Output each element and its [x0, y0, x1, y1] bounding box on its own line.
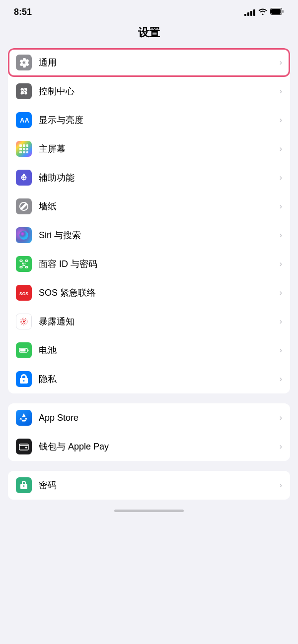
appstore-icon — [16, 410, 32, 426]
exposure-icon — [16, 314, 32, 329]
appstore-chevron: › — [280, 413, 282, 422]
settings-group-1: 通用 › 控制中心 › AA 显示与亮度 › — [8, 48, 290, 393]
settings-item-wallpaper[interactable]: 墙纸 › — [8, 192, 290, 221]
status-time: 8:51 — [14, 7, 32, 17]
svg-rect-29 — [25, 266, 28, 268]
settings-item-wallet[interactable]: 钱包与 Apple Pay › — [8, 432, 290, 461]
privacy-icon — [16, 371, 32, 387]
svg-text:AA: AA — [20, 117, 29, 124]
control-center-label: 控制中心 — [39, 85, 276, 97]
passwords-icon — [16, 477, 32, 493]
wallpaper-icon — [16, 198, 32, 214]
wallpaper-chevron: › — [280, 202, 282, 211]
svg-text:SOS: SOS — [19, 291, 28, 296]
faceid-chevron: › — [280, 259, 282, 268]
wallet-icon — [16, 439, 32, 454]
svg-rect-41 — [25, 447, 27, 449]
svg-rect-27 — [25, 260, 28, 261]
svg-rect-13 — [23, 144, 25, 147]
svg-rect-1 — [282, 10, 284, 13]
wallpaper-label: 墙纸 — [39, 200, 276, 212]
settings-item-accessibility[interactable]: 辅助功能 › — [8, 163, 290, 192]
general-label: 通用 — [39, 57, 276, 68]
home-indicator — [0, 500, 298, 514]
svg-rect-20 — [26, 151, 28, 153]
settings-item-privacy[interactable]: 隐私 › — [8, 365, 290, 393]
svg-rect-16 — [23, 148, 25, 150]
settings-item-battery[interactable]: 电池 › — [8, 336, 290, 365]
passwords-chevron: › — [280, 481, 282, 490]
appstore-label: App Store — [39, 413, 276, 423]
svg-rect-19 — [23, 151, 25, 153]
svg-rect-17 — [26, 148, 28, 150]
accessibility-icon — [16, 170, 32, 186]
control-center-chevron: › — [280, 87, 282, 96]
svg-rect-26 — [20, 260, 22, 261]
control-center-icon — [16, 83, 32, 99]
settings-item-passwords[interactable]: 密码 › — [8, 471, 290, 500]
exposure-chevron: › — [280, 317, 282, 326]
svg-point-25 — [19, 231, 28, 240]
svg-rect-12 — [19, 144, 22, 147]
settings-item-siri[interactable]: Siri 与搜索 › — [8, 221, 290, 250]
settings-item-exposure[interactable]: 暴露通知 › — [8, 307, 290, 336]
home-screen-chevron: › — [280, 144, 282, 153]
faceid-icon — [16, 256, 32, 272]
settings-item-general[interactable]: 通用 › — [8, 48, 290, 77]
sos-label: SOS 紧急联络 — [39, 287, 276, 299]
accessibility-chevron: › — [280, 173, 282, 182]
settings-item-home-screen[interactable]: 主屏幕 › — [8, 134, 290, 163]
signal-icon — [244, 9, 255, 16]
svg-rect-2 — [271, 9, 281, 14]
settings-item-sos[interactable]: SOS SOS 紧急联络 › — [8, 278, 290, 307]
status-bar: 8:51 — [0, 0, 298, 21]
svg-rect-38 — [28, 350, 29, 351]
svg-rect-28 — [20, 266, 22, 268]
exposure-label: 暴露通知 — [39, 316, 276, 327]
display-icon: AA — [16, 112, 32, 128]
settings-item-control-center[interactable]: 控制中心 › — [8, 77, 290, 106]
wallet-label: 钱包与 Apple Pay — [39, 441, 276, 452]
home-screen-label: 主屏幕 — [39, 143, 276, 155]
accessibility-label: 辅助功能 — [39, 172, 276, 184]
settings-item-appstore[interactable]: App Store › — [8, 403, 290, 432]
siri-chevron: › — [280, 231, 282, 240]
battery-settings-icon — [16, 342, 32, 358]
settings-item-faceid[interactable]: 面容 ID 与密码 › — [8, 250, 290, 278]
settings-item-display[interactable]: AA 显示与亮度 › — [8, 106, 290, 134]
sos-icon: SOS — [16, 285, 32, 301]
battery-chevron: › — [280, 346, 282, 355]
display-chevron: › — [280, 116, 282, 125]
status-icons — [244, 8, 284, 17]
svg-rect-18 — [19, 151, 22, 153]
battery-label: 电池 — [39, 344, 276, 356]
settings-group-2: App Store › 钱包与 Apple Pay › — [8, 403, 290, 461]
wallet-chevron: › — [280, 442, 282, 451]
page-title: 设置 — [0, 21, 298, 48]
home-bar — [114, 510, 184, 512]
svg-rect-15 — [19, 148, 22, 150]
svg-rect-14 — [26, 144, 28, 147]
home-screen-icon — [16, 141, 32, 157]
faceid-label: 面容 ID 与密码 — [39, 258, 276, 270]
settings-group-3: 密码 › — [8, 471, 290, 500]
battery-icon — [270, 8, 284, 17]
passwords-label: 密码 — [39, 479, 276, 491]
sos-chevron: › — [280, 288, 282, 297]
general-icon — [16, 55, 32, 70]
siri-icon — [16, 227, 32, 243]
svg-point-34 — [23, 321, 25, 322]
wifi-icon — [258, 8, 267, 17]
privacy-label: 隐私 — [39, 373, 276, 385]
svg-rect-39 — [20, 349, 26, 352]
privacy-chevron: › — [280, 375, 282, 384]
siri-label: Siri 与搜索 — [39, 229, 276, 241]
display-label: 显示与亮度 — [39, 114, 276, 126]
general-chevron: › — [280, 58, 282, 67]
